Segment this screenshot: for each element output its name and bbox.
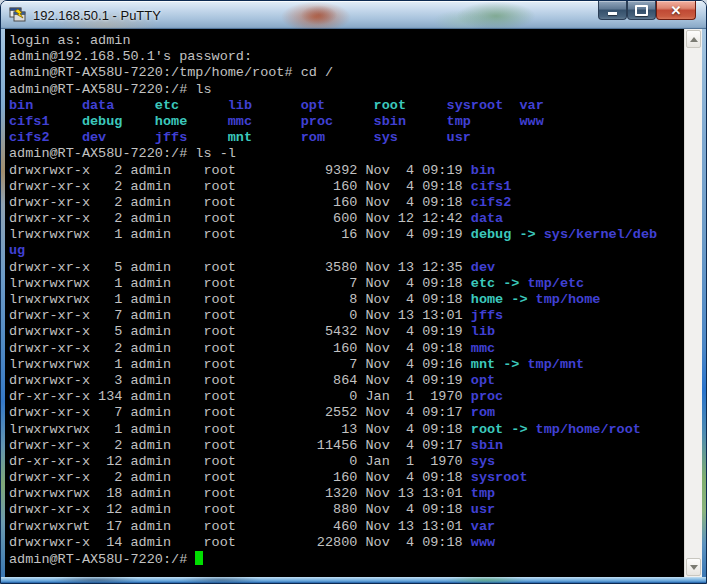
terminal-line: drwxrwxr-x 14 admin root 22800 Nov 4 09:…: [9, 535, 684, 551]
maximize-icon: [635, 5, 648, 16]
scroll-down-button[interactable]: [686, 558, 701, 576]
terminal-line: admin@RT-AX58U-7220:/#: [9, 551, 684, 567]
terminal-line: drwxr-xr-x 2 admin root 160 Nov 4 09:18 …: [9, 341, 684, 357]
maximize-button[interactable]: [627, 1, 656, 20]
terminal-line: drwxr-xr-x 2 admin root 11456 Nov 4 09:1…: [9, 438, 684, 454]
terminal-line: dr-xr-xr-x 12 admin root 0 Jan 1 1970 sy…: [9, 454, 684, 470]
terminal-line: drwxrwxr-x 3 admin root 864 Nov 4 09:19 …: [9, 373, 684, 389]
terminal-line: lrwxrwxrwx 1 admin root 7 Nov 4 09:16 mn…: [9, 357, 684, 373]
terminal-screen[interactable]: login as: adminadmin@192.168.50.1's pass…: [5, 29, 684, 577]
window-body: login as: adminadmin@192.168.50.1's pass…: [1, 29, 706, 577]
close-button[interactable]: ✕: [656, 1, 696, 20]
window-title: 192.168.50.1 - PuTTY: [33, 8, 161, 23]
terminal-line: lrwxrwxrwx 1 admin root 16 Nov 4 09:19 d…: [9, 227, 684, 243]
terminal-line: login as: admin: [9, 33, 684, 49]
putty-window: 192.168.50.1 - PuTTY ✕ login as: adminad…: [0, 0, 707, 584]
terminal-line: admin@RT-AX58U-7220:/# ls -l: [9, 146, 684, 162]
terminal-line: drwxr-xr-x 2 admin root 160 Nov 4 09:18 …: [9, 195, 684, 211]
terminal-line: cifs1 debug home mmc proc sbin tmp www: [9, 114, 684, 130]
terminal-line: lrwxrwxrwx 1 admin root 8 Nov 4 09:18 ho…: [9, 292, 684, 308]
terminal-line: drwxr-xr-x 7 admin root 2552 Nov 4 09:17…: [9, 405, 684, 421]
terminal-line: admin@RT-AX58U-7220:/tmp/home/root# cd /: [9, 65, 684, 81]
terminal-line: drwxrwxrwt 17 admin root 460 Nov 13 13:0…: [9, 519, 684, 535]
terminal-line: drwxr-xr-x 2 admin root 160 Nov 4 09:18 …: [9, 470, 684, 486]
right-border: [702, 29, 706, 577]
minimize-icon: [608, 12, 617, 15]
terminal-line: drwxr-xr-x 2 admin root 160 Nov 4 09:18 …: [9, 179, 684, 195]
window-controls: ✕: [598, 1, 696, 20]
title-bar[interactable]: 192.168.50.1 - PuTTY ✕: [1, 1, 706, 29]
terminal-line: admin@RT-AX58U-7220:/# ls: [9, 82, 684, 98]
minimize-button[interactable]: [598, 1, 627, 20]
terminal-line: lrwxrwxrwx 1 admin root 7 Nov 4 09:18 et…: [9, 276, 684, 292]
putty-icon[interactable]: [9, 7, 27, 23]
terminal-line: drwxrwxrwx 18 admin root 1320 Nov 13 13:…: [9, 486, 684, 502]
terminal-line: lrwxrwxrwx 1 admin root 13 Nov 4 09:18 r…: [9, 422, 684, 438]
terminal-line: drwxrwxr-x 5 admin root 5432 Nov 4 09:19…: [9, 324, 684, 340]
scroll-up-icon: [690, 37, 698, 42]
terminal-line: drwxr-xr-x 5 admin root 3580 Nov 13 12:3…: [9, 260, 684, 276]
scroll-down-icon: [690, 565, 698, 570]
terminal-line: ug: [9, 243, 684, 259]
terminal-line: drwxr-xr-x 12 admin root 880 Nov 4 09:18…: [9, 502, 684, 518]
terminal-area: login as: adminadmin@192.168.50.1's pass…: [5, 29, 702, 577]
terminal-line: cifs2 dev jffs mnt rom sys usr: [9, 130, 684, 146]
bottom-border: [1, 577, 706, 583]
close-icon: ✕: [671, 3, 682, 18]
terminal-line: bin data etc lib opt root sysroot var: [9, 98, 684, 114]
terminal-line: drwxr-xr-x 7 admin root 0 Nov 13 13:01 j…: [9, 308, 684, 324]
terminal-line: drwxr-xr-x 2 admin root 600 Nov 12 12:42…: [9, 211, 684, 227]
terminal-cursor: [195, 551, 203, 565]
scroll-up-button[interactable]: [686, 30, 701, 48]
terminal-line: admin@192.168.50.1's password:: [9, 49, 684, 65]
terminal-line: drwxrwxr-x 2 admin root 9392 Nov 4 09:19…: [9, 163, 684, 179]
terminal-line: dr-xr-xr-x 134 admin root 0 Jan 1 1970 p…: [9, 389, 684, 405]
scrollbar[interactable]: [684, 29, 702, 577]
